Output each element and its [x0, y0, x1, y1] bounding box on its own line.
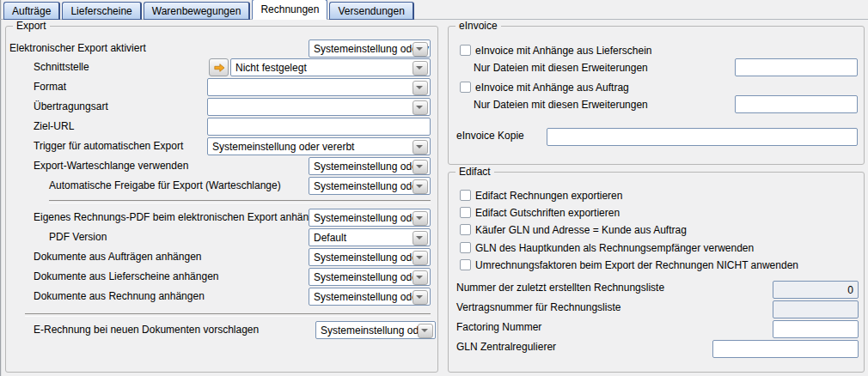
- format-label: Format: [34, 78, 66, 95]
- schnittstelle-combobox[interactable]: Nicht festgelegt: [230, 58, 431, 76]
- chevron-down-icon[interactable]: [413, 140, 428, 155]
- ziel-url-input[interactable]: [207, 118, 431, 136]
- edifact-group: Edifact Edifact Rechnungen exportieren E…: [448, 172, 865, 373]
- uebertragungsart-combobox[interactable]: [207, 98, 431, 116]
- e-rechnung-combobox[interactable]: Systemeinstellung oder: [315, 321, 436, 339]
- checkbox-edifact-rechnungen[interactable]: [460, 190, 471, 201]
- ext-lieferschein-label: Nur Dateien mit diesen Erweiterungen: [474, 59, 648, 76]
- elektronischer-export-combobox[interactable]: Systemeinstellung oder v: [309, 39, 431, 58]
- warteschlange-combobox[interactable]: Systemeinstellung oder: [309, 157, 431, 175]
- schnittstelle-goto-button[interactable]: [209, 58, 229, 76]
- separator: [49, 200, 431, 203]
- chevron-down-icon[interactable]: [413, 42, 428, 57]
- ziel-url-label: Ziel-URL: [34, 118, 74, 135]
- checkbox-kaeufer-gln[interactable]: [460, 224, 471, 235]
- trigger-label: Trigger für automatischen Export: [34, 137, 183, 155]
- dok-rechnung-value: Systemeinstellung oder: [314, 291, 421, 303]
- chevron-down-icon[interactable]: [413, 290, 428, 305]
- factoring-nummer-input[interactable]: [773, 320, 859, 338]
- tab-versendungen[interactable]: Versendungen: [329, 2, 413, 20]
- chevron-down-icon[interactable]: [413, 211, 428, 226]
- ext-auftrag-input[interactable]: [735, 95, 858, 113]
- vertragsnummer-label: Vertragsnummer für Rechnungsliste: [456, 299, 620, 316]
- gln-zentralregulierer-label: GLN Zentralregulierer: [456, 338, 556, 355]
- tab-rechnungen[interactable]: Rechnungen: [252, 0, 327, 20]
- warteschlange-label: Export-Warteschlange verwenden: [34, 157, 188, 174]
- format-combobox[interactable]: [207, 78, 431, 96]
- trigger-value: Systemeinstellung oder vererbt: [212, 141, 354, 153]
- pdf-version-label: PDF Version: [49, 228, 107, 246]
- e-rechnung-label: E-Rechnung bei neuen Dokumenten vorschla…: [34, 321, 259, 338]
- separator: [25, 313, 431, 317]
- chevron-down-icon[interactable]: [413, 270, 428, 285]
- schnittstelle-value: Nicht festgelegt: [235, 62, 307, 74]
- elektronischer-export-label: Elektronischer Export aktiviert: [9, 39, 146, 57]
- rechnungsliste-nummer-input: [773, 281, 859, 299]
- checkbox-umrechnungsfaktoren[interactable]: [460, 259, 471, 270]
- edifact-group-title: Edifact: [455, 166, 494, 178]
- kaeufer-gln-label: Käufer GLN und Adresse = Kunde aus Auftr…: [475, 223, 687, 237]
- chevron-down-icon[interactable]: [413, 100, 428, 115]
- chevron-down-icon[interactable]: [413, 61, 428, 76]
- export-group-title: Export: [13, 20, 50, 32]
- gln-hauptkunde-label: GLN des Hauptkunden als Rechnungsempfäng…: [475, 241, 754, 255]
- chevron-down-icon[interactable]: [413, 160, 428, 174]
- chevron-down-icon[interactable]: [413, 81, 428, 95]
- tab-warenbewegungen[interactable]: Warenbewegungen: [144, 2, 251, 20]
- pdf-version-combobox[interactable]: Default: [309, 228, 431, 246]
- einvoice-kopie-label: eInvoice Kopie: [456, 127, 524, 144]
- gln-zentralregulierer-input[interactable]: [712, 340, 859, 358]
- ext-lieferschein-input[interactable]: [735, 58, 858, 76]
- tab-lieferscheine[interactable]: Lieferscheine: [62, 2, 141, 20]
- pdf-anhaengen-label: Eigenes Rechnungs-PDF beim elektronische…: [34, 209, 326, 226]
- warteschlange-value: Systemeinstellung oder: [314, 161, 421, 173]
- einvoice-group: eInvoice eInvoice mit Anhänge aus Liefer…: [448, 26, 865, 165]
- freigabe-value: Systemeinstellung oder: [314, 180, 421, 192]
- einvoice-kopie-input[interactable]: [547, 128, 858, 146]
- dok-lieferscheine-value: Systemeinstellung oder: [314, 271, 421, 283]
- freigabe-label: Automatische Freigabe für Export (Wartes…: [49, 177, 281, 194]
- checkbox-gln-hauptkunde[interactable]: [460, 242, 471, 253]
- edifact-gutschriften-label: Edifact Gutschriften exportieren: [475, 206, 620, 220]
- tab-bar: Aufträge Lieferscheine Warenbewegungen R…: [3, 1, 414, 20]
- umrechnungsfaktoren-label: Umrechnungsfaktoren beim Export der Rech…: [475, 258, 798, 272]
- pdf-version-value: Default: [314, 232, 346, 244]
- pdf-anhaengen-value: Systemeinstellung oder: [314, 212, 421, 224]
- chevron-down-icon[interactable]: [413, 179, 428, 194]
- checkbox-einvoice-lieferschein[interactable]: [460, 45, 471, 56]
- dok-auftraege-label: Dokumente aus Aufträgen anhängen: [34, 248, 201, 265]
- jump-arrow-icon: [213, 63, 225, 73]
- dok-lieferscheine-label: Dokumente aus Lieferscheine anhängen: [34, 268, 218, 285]
- chevron-down-icon[interactable]: [418, 324, 433, 338]
- edifact-rechnungen-label: Edifact Rechnungen exportieren: [475, 189, 622, 203]
- einvoice-auftrag-label: eInvoice mit Anhänge aus Auftrag: [475, 81, 629, 94]
- trigger-combobox[interactable]: Systemeinstellung oder vererbt: [207, 137, 431, 155]
- window-left-edge: [0, 0, 2, 376]
- dok-rechnung-label: Dokumente aus Rechnung anhängen: [34, 288, 205, 305]
- dok-auftraege-combobox[interactable]: Systemeinstellung oder: [309, 248, 431, 266]
- e-rechnung-value: Systemeinstellung oder: [321, 324, 428, 337]
- factoring-nummer-label: Factoring Nummer: [456, 318, 541, 336]
- einvoice-lieferschein-label: eInvoice mit Anhänge aus Lieferschein: [475, 44, 651, 58]
- uebertragungsart-label: Übertragungsart: [34, 98, 108, 115]
- export-group: Export Elektronischer Export aktiviert S…: [5, 26, 438, 373]
- dok-lieferscheine-combobox[interactable]: Systemeinstellung oder: [309, 268, 431, 286]
- chevron-down-icon[interactable]: [413, 251, 428, 265]
- pdf-anhaengen-combobox[interactable]: Systemeinstellung oder: [309, 209, 431, 227]
- vertragsnummer-input: [773, 300, 859, 318]
- tab-auftraege[interactable]: Aufträge: [3, 2, 60, 20]
- dok-rechnung-combobox[interactable]: Systemeinstellung oder: [309, 288, 431, 306]
- dok-auftraege-value: Systemeinstellung oder: [314, 252, 421, 264]
- ext-auftrag-label: Nur Dateien mit diesen Erweiterungen: [474, 96, 648, 113]
- checkbox-einvoice-auftrag[interactable]: [460, 82, 471, 93]
- checkbox-edifact-gutschriften[interactable]: [460, 207, 471, 218]
- einvoice-group-title: eInvoice: [455, 20, 501, 32]
- chevron-down-icon[interactable]: [413, 231, 428, 246]
- elektronischer-export-value: Systemeinstellung oder v: [314, 43, 429, 55]
- schnittstelle-label: Schnittstelle: [34, 58, 89, 76]
- freigabe-combobox[interactable]: Systemeinstellung oder: [309, 177, 431, 195]
- rechnungsliste-nummer-label: Nummer der zuletzt erstellten Rechnungsl…: [456, 279, 664, 296]
